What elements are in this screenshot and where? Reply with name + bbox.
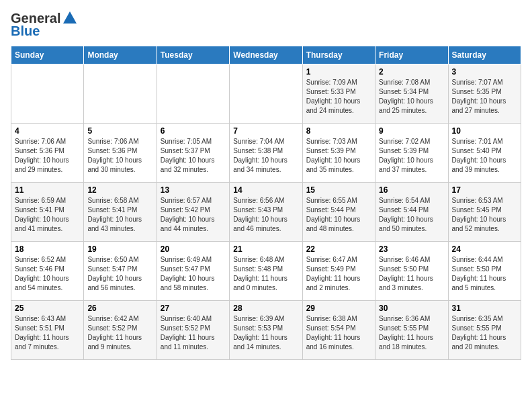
day-cell: 22Sunrise: 6:47 AM Sunset: 5:49 PM Dayli… — [302, 242, 375, 301]
header-wednesday: Wednesday — [230, 46, 302, 64]
week-row-2: 4Sunrise: 7:06 AM Sunset: 5:36 PM Daylig… — [11, 124, 521, 183]
day-number: 9 — [379, 126, 444, 136]
day-cell: 23Sunrise: 6:46 AM Sunset: 5:50 PM Dayli… — [375, 242, 448, 301]
day-cell — [11, 64, 84, 124]
day-cell: 18Sunrise: 6:52 AM Sunset: 5:46 PM Dayli… — [11, 242, 84, 301]
day-detail: Sunrise: 6:42 AM Sunset: 5:52 PM Dayligh… — [87, 314, 152, 352]
day-cell: 19Sunrise: 6:50 AM Sunset: 5:47 PM Dayli… — [84, 242, 157, 301]
day-cell: 31Sunrise: 6:35 AM Sunset: 5:55 PM Dayli… — [448, 301, 521, 360]
day-cell: 10Sunrise: 7:01 AM Sunset: 5:40 PM Dayli… — [448, 124, 521, 183]
day-number: 4 — [15, 126, 80, 136]
day-number: 25 — [15, 304, 80, 313]
day-number: 24 — [452, 244, 517, 254]
day-detail: Sunrise: 6:48 AM Sunset: 5:48 PM Dayligh… — [233, 255, 298, 293]
day-cell: 8Sunrise: 7:03 AM Sunset: 5:39 PM Daylig… — [302, 124, 375, 183]
calendar-table: SundayMondayTuesdayWednesdayThursdayFrid… — [11, 46, 521, 360]
day-cell: 11Sunrise: 6:59 AM Sunset: 5:41 PM Dayli… — [11, 183, 84, 242]
day-cell: 26Sunrise: 6:42 AM Sunset: 5:52 PM Dayli… — [84, 301, 157, 360]
day-cell: 12Sunrise: 6:58 AM Sunset: 5:41 PM Dayli… — [84, 183, 157, 242]
day-cell: 17Sunrise: 6:53 AM Sunset: 5:45 PM Dayli… — [448, 183, 521, 242]
day-detail: Sunrise: 6:54 AM Sunset: 5:44 PM Dayligh… — [379, 196, 444, 234]
day-detail: Sunrise: 7:06 AM Sunset: 5:36 PM Dayligh… — [15, 137, 80, 175]
header-thursday: Thursday — [302, 46, 375, 64]
day-number: 13 — [161, 185, 226, 195]
week-row-1: 1Sunrise: 7:09 AM Sunset: 5:33 PM Daylig… — [11, 64, 521, 124]
day-detail: Sunrise: 6:53 AM Sunset: 5:45 PM Dayligh… — [452, 196, 517, 234]
day-detail: Sunrise: 6:52 AM Sunset: 5:46 PM Dayligh… — [15, 255, 80, 293]
day-detail: Sunrise: 7:09 AM Sunset: 5:33 PM Dayligh… — [306, 78, 371, 116]
day-cell: 21Sunrise: 6:48 AM Sunset: 5:48 PM Dayli… — [230, 242, 302, 301]
calendar-header-row: SundayMondayTuesdayWednesdayThursdayFrid… — [11, 46, 521, 64]
day-cell: 29Sunrise: 6:38 AM Sunset: 5:54 PM Dayli… — [302, 301, 375, 360]
day-detail: Sunrise: 6:55 AM Sunset: 5:44 PM Dayligh… — [306, 196, 371, 234]
day-detail: Sunrise: 6:58 AM Sunset: 5:41 PM Dayligh… — [87, 196, 152, 234]
day-cell: 24Sunrise: 6:44 AM Sunset: 5:50 PM Dayli… — [448, 242, 521, 301]
day-number: 28 — [233, 304, 298, 313]
day-detail: Sunrise: 6:50 AM Sunset: 5:47 PM Dayligh… — [87, 255, 152, 293]
day-cell: 27Sunrise: 6:40 AM Sunset: 5:52 PM Dayli… — [157, 301, 229, 360]
logo-triangle-icon — [63, 11, 77, 24]
day-number: 17 — [452, 185, 517, 195]
day-detail: Sunrise: 7:02 AM Sunset: 5:39 PM Dayligh… — [379, 137, 444, 175]
header-monday: Monday — [84, 46, 157, 64]
day-detail: Sunrise: 7:06 AM Sunset: 5:36 PM Dayligh… — [87, 137, 152, 175]
day-number: 16 — [379, 185, 444, 195]
day-detail: Sunrise: 6:59 AM Sunset: 5:41 PM Dayligh… — [15, 196, 80, 234]
day-number: 21 — [233, 244, 298, 254]
page-header: General Blue — [11, 11, 521, 39]
day-detail: Sunrise: 7:08 AM Sunset: 5:34 PM Dayligh… — [379, 78, 444, 116]
week-row-5: 25Sunrise: 6:43 AM Sunset: 5:51 PM Dayli… — [11, 301, 521, 360]
day-cell: 3Sunrise: 7:07 AM Sunset: 5:35 PM Daylig… — [448, 64, 521, 124]
week-row-4: 18Sunrise: 6:52 AM Sunset: 5:46 PM Dayli… — [11, 242, 521, 301]
day-cell: 28Sunrise: 6:39 AM Sunset: 5:53 PM Dayli… — [230, 301, 302, 360]
day-number: 20 — [161, 244, 226, 254]
day-number: 26 — [87, 304, 152, 313]
day-detail: Sunrise: 6:49 AM Sunset: 5:47 PM Dayligh… — [161, 255, 226, 293]
header-saturday: Saturday — [448, 46, 521, 64]
day-cell: 16Sunrise: 6:54 AM Sunset: 5:44 PM Dayli… — [375, 183, 448, 242]
day-cell — [84, 64, 157, 124]
day-detail: Sunrise: 6:35 AM Sunset: 5:55 PM Dayligh… — [452, 314, 517, 352]
day-cell: 5Sunrise: 7:06 AM Sunset: 5:36 PM Daylig… — [84, 124, 157, 183]
day-number: 7 — [233, 126, 298, 136]
day-number: 5 — [87, 126, 152, 136]
day-detail: Sunrise: 6:57 AM Sunset: 5:42 PM Dayligh… — [161, 196, 226, 234]
day-cell — [230, 64, 302, 124]
day-number: 23 — [379, 244, 444, 254]
day-detail: Sunrise: 7:05 AM Sunset: 5:37 PM Dayligh… — [161, 137, 226, 175]
day-detail: Sunrise: 6:39 AM Sunset: 5:53 PM Dayligh… — [233, 314, 298, 352]
logo: General Blue — [11, 11, 77, 39]
day-cell: 30Sunrise: 6:36 AM Sunset: 5:55 PM Dayli… — [375, 301, 448, 360]
day-detail: Sunrise: 6:43 AM Sunset: 5:51 PM Dayligh… — [15, 314, 80, 352]
day-detail: Sunrise: 6:47 AM Sunset: 5:49 PM Dayligh… — [306, 255, 371, 293]
day-cell — [157, 64, 229, 124]
day-cell: 4Sunrise: 7:06 AM Sunset: 5:36 PM Daylig… — [11, 124, 84, 183]
day-cell: 20Sunrise: 6:49 AM Sunset: 5:47 PM Dayli… — [157, 242, 229, 301]
day-cell: 25Sunrise: 6:43 AM Sunset: 5:51 PM Dayli… — [11, 301, 84, 360]
logo-blue-text: Blue — [11, 24, 40, 39]
day-cell: 9Sunrise: 7:02 AM Sunset: 5:39 PM Daylig… — [375, 124, 448, 183]
day-number: 11 — [15, 185, 80, 195]
day-cell: 2Sunrise: 7:08 AM Sunset: 5:34 PM Daylig… — [375, 64, 448, 124]
day-number: 31 — [452, 304, 517, 313]
day-detail: Sunrise: 7:07 AM Sunset: 5:35 PM Dayligh… — [452, 78, 517, 116]
day-number: 19 — [87, 244, 152, 254]
day-number: 18 — [15, 244, 80, 254]
day-number: 3 — [452, 67, 517, 77]
day-detail: Sunrise: 6:44 AM Sunset: 5:50 PM Dayligh… — [452, 255, 517, 293]
day-number: 30 — [379, 304, 444, 313]
day-detail: Sunrise: 6:56 AM Sunset: 5:43 PM Dayligh… — [233, 196, 298, 234]
day-number: 2 — [379, 67, 444, 77]
day-number: 14 — [233, 185, 298, 195]
header-tuesday: Tuesday — [157, 46, 229, 64]
day-number: 15 — [306, 185, 371, 195]
day-number: 12 — [87, 185, 152, 195]
day-detail: Sunrise: 7:04 AM Sunset: 5:38 PM Dayligh… — [233, 137, 298, 175]
day-cell: 1Sunrise: 7:09 AM Sunset: 5:33 PM Daylig… — [302, 64, 375, 124]
day-cell: 7Sunrise: 7:04 AM Sunset: 5:38 PM Daylig… — [230, 124, 302, 183]
day-detail: Sunrise: 6:38 AM Sunset: 5:54 PM Dayligh… — [306, 314, 371, 352]
day-number: 22 — [306, 244, 371, 254]
day-number: 10 — [452, 126, 517, 136]
day-detail: Sunrise: 6:36 AM Sunset: 5:55 PM Dayligh… — [379, 314, 444, 352]
header-sunday: Sunday — [11, 46, 84, 64]
